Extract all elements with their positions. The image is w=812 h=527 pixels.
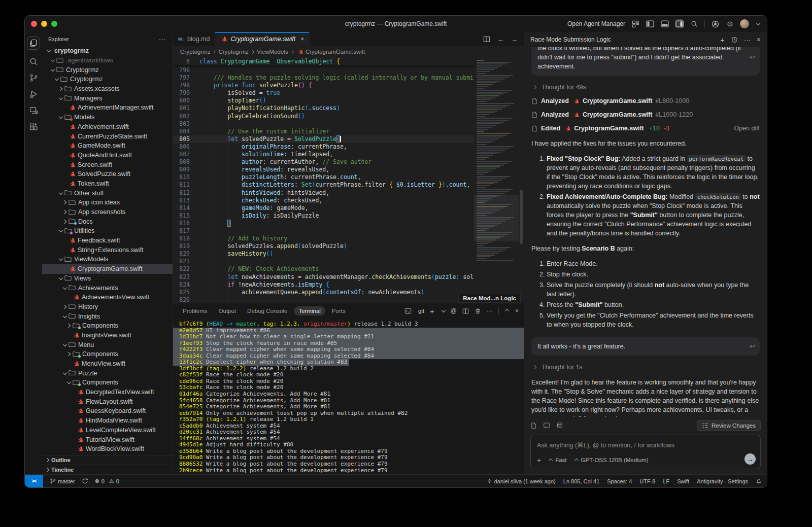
restore-checkpoint-icon[interactable]: ↩ <box>750 342 755 351</box>
tree-item-achievementmanager-swift[interactable]: AchievementManager.swift <box>42 103 173 113</box>
indentation-setting[interactable]: Spaces: 4 <box>607 478 632 484</box>
new-terminal-icon[interactable]: + <box>430 307 434 315</box>
code-line[interactable]: 814 gameMode: gameMode, <box>173 204 524 212</box>
encoding-setting[interactable]: UTF-8 <box>639 478 655 484</box>
maximize-panel-icon[interactable] <box>504 307 510 314</box>
toggle-left-panel-icon[interactable] <box>646 19 655 28</box>
terminal-output[interactable]: bf7c6f9 (HEAD -> master, tag: 1.2.3, ori… <box>173 319 524 474</box>
toggle-bottom-panel-icon[interactable] <box>660 19 669 28</box>
history-icon[interactable] <box>731 36 738 43</box>
tree-item-achievement-swift[interactable]: Achievement.swift <box>42 122 173 132</box>
code-line[interactable]: 809 revealsUsed: revealsUsed, <box>173 166 524 173</box>
tree-item-cryptogramgame-swift[interactable]: CryptogramGame.swift <box>42 264 173 274</box>
tree-item-gamemode-swift[interactable]: GameMode.swift <box>42 141 173 151</box>
tree-item-currentpuzzlestate-swift[interactable]: CurrentPuzzleState.swift <box>42 131 173 141</box>
agent-manager-icon[interactable] <box>631 19 640 28</box>
code-line[interactable]: 822 // NEW: Check Achievements <box>173 265 524 273</box>
settings-gear-icon[interactable] <box>725 19 734 28</box>
tree-item-feedback-swift[interactable]: Feedback.swift <box>42 236 173 245</box>
tree-item-tutorialview-swift[interactable]: TutorialView.swift <box>42 435 173 444</box>
tree-item-string-extensions-swift[interactable]: String+Extensions.swift <box>42 245 173 255</box>
tree-item-other-stuff[interactable]: Other stuff <box>42 188 173 198</box>
search-activity-icon[interactable] <box>29 57 38 66</box>
tree-item-docs[interactable]: Docs <box>42 217 173 226</box>
new-chat-icon[interactable]: + <box>720 36 725 44</box>
thought-toggle[interactable]: Thought for 49s <box>531 83 760 92</box>
browser-icon[interactable] <box>710 19 720 28</box>
code-line[interactable]: 797 /// Handles the puzzle-solving logic… <box>173 74 524 82</box>
minimize-window-button[interactable] <box>41 21 47 27</box>
code-line[interactable]: 805 let solvedPuzzle = SolvedPuzzle( <box>173 135 524 143</box>
notifications-bell-icon[interactable] <box>756 478 762 484</box>
tree-item-models[interactable]: Models <box>42 113 173 122</box>
tool-call-row[interactable]: EditedCryptogramGame.swift+10-3Open diff <box>531 124 760 133</box>
terminal-dropdown-icon[interactable] <box>440 307 445 314</box>
agent-panel-peek-label[interactable]: Race Mod...n Logic <box>458 294 521 303</box>
timeline-section[interactable]: Timeline <box>42 465 173 474</box>
tree-item-achievements[interactable]: Achievements <box>42 283 173 293</box>
open-agent-manager-button[interactable]: Open Agent Manager <box>567 20 625 27</box>
code-line[interactable]: 816 ) <box>173 220 524 227</box>
panel-tab-debug-console[interactable]: Debug Console <box>243 306 292 315</box>
code-line[interactable]: 824 if !newAchievements.isEmpty { <box>173 281 524 289</box>
panel-tab-ports[interactable]: Ports <box>327 306 350 315</box>
tree-item-app-screenshots[interactable]: App screenshots <box>42 207 173 217</box>
code-line[interactable]: 821 <box>173 258 524 265</box>
tree-item-insights[interactable]: Insights <box>42 311 173 321</box>
source-control-icon[interactable] <box>29 74 38 82</box>
chevron-down-icon[interactable] <box>755 20 760 27</box>
breadcrumb-item[interactable]: Cryptogrmz <box>180 49 210 55</box>
remote-explorer-icon[interactable] <box>29 106 38 115</box>
problems-indicator[interactable]: ⊗0 ⚠0 <box>95 478 119 484</box>
code-editor[interactable]: 6 class CryptogramGame: ObservableObject… <box>173 57 524 303</box>
tree-item-insightsview-swift[interactable]: InsightsView.swift <box>42 331 173 340</box>
code-line[interactable]: 819 solvedPuzzles.append(solvedPuzzle) <box>173 242 524 250</box>
remote-indicator[interactable]: >< <box>25 475 43 487</box>
close-panel-icon[interactable]: × <box>515 307 519 314</box>
code-line[interactable]: 820 saveHistory() <box>173 250 524 258</box>
tree-item-levelcompleteview-swift[interactable]: LevelCompleteView.swift <box>42 426 173 435</box>
review-changes-button[interactable]: Review Changes <box>697 420 761 431</box>
code-line[interactable]: 810 puzzleLength: currentPhrase.count, <box>173 173 524 181</box>
eol-setting[interactable]: LF <box>663 478 669 484</box>
code-line[interactable]: 807 solutionTime: timeElapsed, <box>173 151 524 158</box>
tree-item-managers[interactable]: Managers <box>42 93 173 103</box>
branch-indicator[interactable]: master <box>50 478 75 484</box>
tree-item-views[interactable]: Views <box>42 274 173 284</box>
tree-item-components[interactable]: Components <box>42 349 173 359</box>
chat-input[interactable] <box>537 442 754 449</box>
tree-item-solvedpuzzle-swift[interactable]: SolvedPuzzle.swift <box>42 169 173 179</box>
code-line[interactable]: 823 let newAchievements = achievementMan… <box>173 273 524 281</box>
tree-item-app-icon-ideas[interactable]: App icon ideas <box>42 198 173 207</box>
tree-item-history[interactable]: History <box>42 302 173 312</box>
search-icon[interactable] <box>690 19 699 28</box>
close-chat-icon[interactable]: × <box>757 36 761 44</box>
code-line[interactable]: 802 playCelebrationSound() <box>173 113 524 120</box>
code-line[interactable]: 818 // Add to history <box>173 235 524 242</box>
run-debug-icon[interactable] <box>29 90 38 98</box>
split-editor-icon[interactable] <box>483 36 490 43</box>
tree-item-cryptogrmz[interactable]: Cryptogrmz <box>42 65 173 75</box>
tree-item-assets-xcassets[interactable]: Assets.xcassets <box>42 84 173 94</box>
code-line[interactable]: 812 hintsViewed: hintsViewed, <box>173 189 524 197</box>
forward-icon[interactable]: → <box>511 36 518 43</box>
editor-scrollbar[interactable] <box>519 57 524 303</box>
model-selector[interactable]: GPT-OSS 120B (Medium) <box>574 457 649 463</box>
code-line[interactable]: 813 checksUsed: checksUsed, <box>173 197 524 204</box>
extensions-icon[interactable] <box>29 122 38 131</box>
add-context-icon[interactable]: + <box>537 456 541 464</box>
tree-item-quoteandhint-swift[interactable]: QuoteAndHint.swift <box>42 151 173 160</box>
tree-item-cryptogrmz[interactable]: cryptogrmz <box>42 46 173 56</box>
tab-blog-md[interactable]: M↓ blog.md <box>173 32 215 46</box>
app-settings[interactable]: Antigravity - Settings <box>697 478 748 484</box>
tree-item-components[interactable]: Components <box>42 321 173 331</box>
open-diff-button[interactable]: Open diff <box>734 124 760 133</box>
user-avatar[interactable] <box>740 19 749 28</box>
tree-item-guesskeyboard-swift[interactable]: GuessKeyboard.swift <box>42 406 173 416</box>
back-icon[interactable]: ← <box>497 36 504 43</box>
tree-item-flowlayout-swift[interactable]: FlowLayout.swift <box>42 397 173 406</box>
sync-icon[interactable] <box>82 478 88 484</box>
close-tab-icon[interactable]: × <box>300 36 304 43</box>
tool-call-row[interactable]: AnalyzedCryptogramGame.swift#L800-1000 <box>531 96 760 106</box>
panel-tab-output[interactable]: Output <box>214 306 241 315</box>
